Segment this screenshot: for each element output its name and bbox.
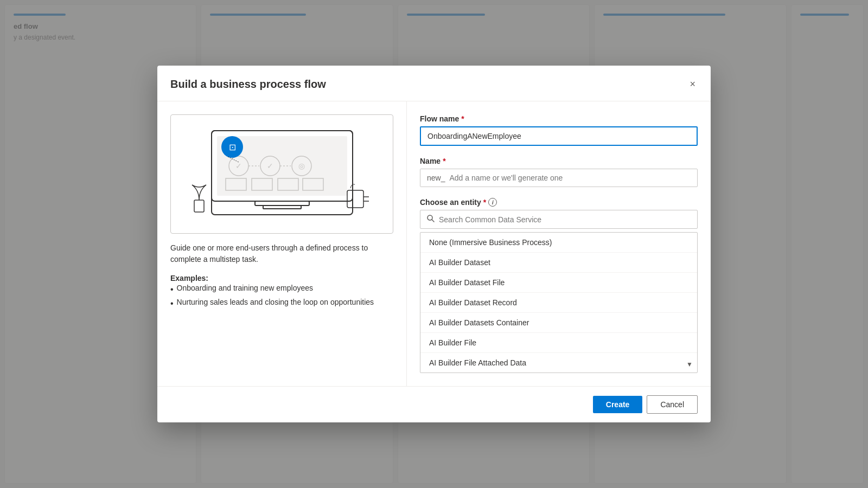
svg-line-25 (432, 220, 434, 222)
entity-search-input[interactable] (439, 215, 691, 224)
create-button[interactable]: Create (593, 396, 643, 413)
flow-name-required: * (461, 114, 464, 123)
left-panel: ✓ ✓ ◎ ⊡ (157, 101, 407, 386)
entity-item-5[interactable]: AI Builder File (420, 333, 697, 353)
name-required: * (443, 157, 445, 165)
example-item-2: Nurturing sales leads and closing the lo… (170, 297, 393, 311)
svg-text:◎: ◎ (298, 162, 305, 170)
svg-text:✓: ✓ (267, 162, 273, 170)
entity-label: Choose an entity * i (420, 198, 698, 207)
cancel-button[interactable]: Cancel (647, 395, 698, 414)
entity-search-wrapper (420, 210, 698, 229)
examples-list: Onboarding and training new employees Nu… (170, 282, 393, 311)
name-input[interactable] (449, 169, 697, 187)
close-button[interactable]: × (687, 76, 698, 92)
entity-item-1[interactable]: AI Builder Dataset (420, 253, 697, 273)
svg-rect-23 (194, 200, 204, 212)
example-item-1: Onboarding and training new employees (170, 282, 393, 297)
scroll-down-indicator: ▼ (686, 361, 693, 368)
svg-rect-20 (347, 190, 363, 208)
entity-item-0[interactable]: None (Immersive Business Process) (420, 233, 697, 253)
svg-rect-18 (255, 201, 309, 206)
entity-list: None (Immersive Business Process) AI Bui… (420, 233, 697, 373)
search-icon (427, 215, 435, 224)
dialog-header: Build a business process flow × (157, 66, 711, 101)
entity-list-outer: None (Immersive Business Process) AI Bui… (420, 232, 698, 373)
svg-text:✓: ✓ (235, 162, 242, 170)
entity-info-icon[interactable]: i (488, 198, 497, 207)
flow-illustration: ✓ ✓ ◎ ⊡ (170, 114, 393, 234)
name-field-group: Name * new_ (420, 157, 698, 187)
right-panel: Flow name * Name * new_ (407, 101, 711, 386)
dialog-body: ✓ ✓ ◎ ⊡ (157, 101, 711, 386)
entity-required: * (483, 198, 486, 207)
entity-item-2[interactable]: AI Builder Dataset File (420, 273, 697, 293)
build-flow-dialog: Build a business process flow × (157, 66, 711, 422)
name-prefix: new_ (420, 169, 449, 187)
modal-overlay: Build a business process flow × (0, 0, 868, 488)
dialog-footer: Create Cancel (157, 386, 711, 422)
svg-rect-19 (263, 206, 301, 209)
flow-name-field-group: Flow name * (420, 114, 698, 146)
flow-name-label: Flow name * (420, 114, 698, 123)
name-label: Name * (420, 157, 698, 165)
svg-text:⊡: ⊡ (228, 143, 235, 152)
flow-name-input[interactable] (420, 126, 698, 146)
entity-item-6[interactable]: AI Builder File Attached Data (420, 353, 697, 373)
examples-section: Examples: Onboarding and training new em… (170, 274, 393, 311)
entity-field-group: Choose an entity * i (420, 198, 698, 373)
name-input-wrapper: new_ (420, 169, 698, 187)
examples-title: Examples: (170, 274, 393, 282)
dialog-title: Build a business process flow (170, 78, 326, 91)
entity-item-4[interactable]: AI Builder Datasets Container (420, 313, 697, 333)
entity-item-3[interactable]: AI Builder Dataset Record (420, 293, 697, 313)
description-text: Guide one or more end-users through a de… (170, 242, 393, 265)
